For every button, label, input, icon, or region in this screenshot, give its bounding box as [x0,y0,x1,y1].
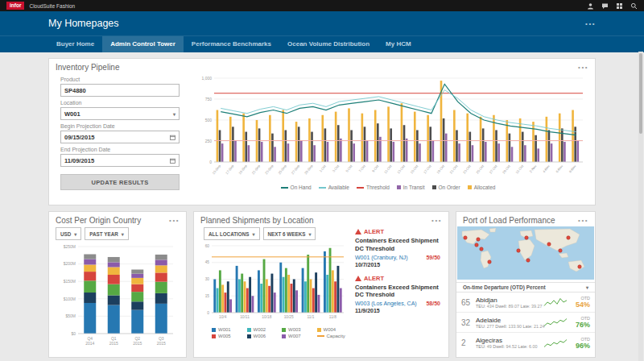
legend-item-available: Available [319,185,349,190]
period-select[interactable]: PAST YEAR▾ [85,227,128,240]
alert-date: 10/7/2015 [355,262,440,268]
weeks-select[interactable]: NEXT 6 WEEKS▾ [263,227,316,240]
tab-buyer-home[interactable]: Buyer Home [48,36,102,52]
port-stats: TEU: 277 Dwell: 133.90 Late: 21.24 [476,324,542,329]
svg-text:11-Oct: 11-Oct [383,164,393,174]
svg-text:750: 750 [205,97,213,102]
port-count: 32 [461,318,476,327]
svg-text:27-Sep: 27-Sep [291,164,301,175]
svg-text:15: 15 [205,294,210,298]
alert-ratio: 58/50 [426,301,440,306]
legend-item-threshold: Threshold [357,185,390,190]
chat-icon[interactable] [601,2,609,10]
svg-text:17-Oct: 17-Oct [423,164,432,175]
page-header: My Homepages ••• [0,11,644,35]
alert-ratio: 59/50 [426,255,440,260]
in-transit-marker [397,185,401,189]
w002-marker [247,328,251,332]
scrollbar-thumb[interactable] [639,53,642,134]
begin-date-input[interactable]: 09/15/2015 [60,131,180,143]
cost-chart: $0$50M$100M$150M$200M$250MQ42014Q12015Q2… [57,242,178,350]
svg-text:Q42014: Q42014 [85,336,94,346]
svg-text:$0: $0 [71,331,76,336]
chevron-down-icon: ▾ [586,284,588,290]
svg-text:10/18: 10/18 [262,315,271,319]
tab-my-hcm[interactable]: My HCM [378,36,419,52]
svg-text:Q32015: Q32015 [157,336,166,346]
svg-text:15-Sep: 15-Sep [212,164,222,175]
alert-location-link[interactable]: W001 (Cranbury, NJ) [355,255,408,260]
svg-text:11/8: 11/8 [329,315,336,319]
location-select[interactable]: W001▾ [60,107,180,120]
inventory-pipeline-widget: Inventory Pipeline ••• Product SP4880 Lo… [48,58,596,205]
alert-location-link[interactable]: W003 (Los Angeles, CA) [355,301,417,306]
inventory-chart: 02505007501,00015-Sep17-Sep19-Sep21-Sep2… [190,73,586,186]
svg-text:10/11: 10/11 [240,315,250,319]
svg-text:27-Oct: 27-Oct [489,164,498,175]
chevron-down-icon: ▾ [74,231,76,237]
location-label: Location [60,100,180,106]
legend-item-allocated: Allocated [468,185,496,190]
chevron-down-icon: ▾ [173,111,175,117]
svg-text:31-Oct: 31-Oct [514,164,524,175]
end-date-label: End Projection Date [60,147,180,152]
port-row[interactable]: 32 Adelaide TEU: 277 Dwell: 133.90 Late:… [456,313,595,333]
legend-item-w006: W006 [247,334,279,338]
svg-text:10/4: 10/4 [219,315,227,319]
svg-text:Q22015: Q22015 [133,336,142,346]
world-map[interactable] [457,226,594,280]
tab-ocean-volume-distribution[interactable]: Ocean Volume Distribution [279,36,378,52]
port-row[interactable]: 65 Abidjan TEU: 434 Dwell: 89.07 Late: 3… [456,293,595,313]
legend-item-w005: W005 [212,334,244,338]
shipment-alerts-panel: ALERT Containers Exceed Shipment DC Thre… [352,226,448,338]
product-label: Product [60,77,180,82]
alert-message: Containers Exceed Shipment DC Threshold [355,237,440,253]
inventory-widget-menu-button[interactable]: ••• [578,64,588,71]
port-widget-menu-button[interactable]: ••• [578,217,588,224]
alert-item: ALERT Containers Exceed Shipment DC Thre… [355,228,440,268]
legend-item-on-order: On Order [432,185,460,190]
chevron-down-icon: ▾ [308,231,311,237]
product-name: CloudSuite Fashion [29,3,75,9]
port-widget-title: Port of Load Performance [463,216,555,225]
svg-text:11/1: 11/1 [308,315,315,319]
tab-admin-control-tower[interactable]: Admin Control Tower [102,36,184,52]
legend-item-w001: W001 [212,327,244,332]
search-icon[interactable] [630,2,638,10]
w003-marker [282,328,286,332]
otd-metric-select[interactable]: On-time Departure (OTD) Percent ▾ [456,282,595,293]
tab-performance-benchmarks[interactable]: Performance Benchmarks [184,36,279,52]
port-row[interactable]: 2 Algeciras TEU: 49 Dwell: 94.52 Late: 6… [456,333,595,353]
port-count: 2 [461,338,476,347]
svg-text:45: 45 [205,260,210,264]
svg-text:0: 0 [207,311,209,315]
header-menu-button[interactable]: ••• [585,20,596,27]
app-grid-icon[interactable] [616,2,623,10]
svg-text:5-Oct: 5-Oct [345,164,353,173]
svg-text:29-Oct: 29-Oct [502,164,511,175]
w004-marker [317,328,321,332]
w007-marker [282,334,286,338]
locations-select[interactable]: ALL LOCATIONS▾ [204,227,260,240]
shipments-widget-menu-button[interactable]: ••• [431,217,442,224]
svg-text:17-Sep: 17-Sep [225,164,235,175]
end-date-input[interactable]: 11/09/2015 [60,154,180,167]
infor-logo[interactable]: infor [6,2,24,10]
user-icon[interactable] [587,2,594,10]
port-city: Adelaide [476,317,542,324]
svg-text:500: 500 [205,118,213,122]
trend-sparkline [543,297,568,307]
capacity-marker [317,335,324,337]
legend-item-w007: W007 [282,334,314,338]
svg-text:6-Nov: 6-Nov [555,164,564,174]
svg-text:0: 0 [209,160,212,164]
currency-select[interactable]: USD▾ [56,227,81,240]
legend-item-capacity: Capacity [317,334,349,338]
page-scrollbar[interactable] [638,52,643,361]
alert-triangle-icon [355,229,361,234]
cost-widget-menu-button[interactable]: ••• [169,217,180,224]
update-results-button[interactable]: UPDATE RESULTS [60,174,180,190]
product-input[interactable]: SP4880 [60,84,180,97]
svg-text:9-Oct: 9-Oct [371,164,380,173]
cost-per-origin-widget: Cost Per Origin Country ••• USD▾ PAST YE… [48,211,187,358]
